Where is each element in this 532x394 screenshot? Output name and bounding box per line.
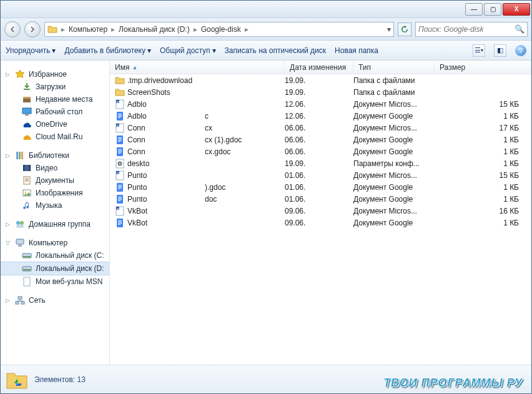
breadcrumb-drive-d[interactable]: Локальный диск (D:): [116, 25, 192, 34]
svg-rect-20: [23, 269, 31, 270]
file-date: 12.06.: [285, 100, 353, 109]
svg-rect-54: [118, 186, 122, 187]
minimize-button[interactable]: —: [465, 3, 483, 16]
file-ext: ).gdoc: [205, 183, 225, 192]
burn-button[interactable]: Записать на оптический диск: [225, 46, 327, 55]
svg-rect-42: [118, 149, 122, 150]
file-date: 01.06.: [285, 171, 353, 180]
file-row[interactable]: VkBot 09.06. Документ Google 1 КБ: [110, 217, 531, 229]
status-label: Элементов: 13: [34, 375, 86, 384]
svg-rect-29: [118, 114, 122, 114]
sidebar-item-OneDrive[interactable]: OneDrive: [1, 118, 109, 131]
file-date: 09.06.: [285, 207, 353, 215]
dropdown-icon[interactable]: ▾: [387, 25, 391, 34]
search-input[interactable]: [418, 25, 515, 34]
close-button[interactable]: X: [503, 3, 530, 16]
file-size: 17 КБ: [435, 124, 531, 132]
column-size[interactable]: Размер: [435, 61, 531, 74]
sidebar-network[interactable]: ▷ Сеть: [1, 294, 109, 307]
sidebar-item-Музыка[interactable]: Музыка: [1, 199, 109, 212]
sidebar-computer[interactable]: ▽ Компьютер: [1, 237, 109, 249]
file-row[interactable]: deskto 19.09. Параметры конф... 1 КБ: [110, 157, 531, 169]
file-type: Документ Google: [353, 219, 435, 227]
file-name: Conn: [127, 124, 202, 132]
file-name: .tmp.drivedownload: [127, 76, 202, 85]
file-row[interactable]: ScreenShots 19.09. Папка с файлами: [110, 86, 531, 98]
sidebar-item-Недавние места[interactable]: Недавние места: [1, 93, 109, 106]
help-button[interactable]: ?: [515, 45, 526, 56]
file-row[interactable]: WAdblo 12.06. Документ Micros... 15 КБ: [110, 98, 531, 110]
file-size: 1 КБ: [435, 147, 531, 156]
file-date: 19.09.: [285, 88, 353, 97]
file-row[interactable]: WConncx 06.06. Документ Micros... 17 КБ: [110, 122, 531, 134]
sidebar-favorites[interactable]: ▷ Избранное: [1, 68, 109, 81]
chevron-down-icon: ▾: [52, 46, 56, 55]
file-row[interactable]: WPunto 01.06. Документ Micros... 15 КБ: [110, 169, 531, 181]
sidebar-item-Изображения[interactable]: Изображения: [1, 187, 109, 199]
sidebar-item-Загрузки[interactable]: Загрузки: [1, 81, 109, 93]
file-row[interactable]: Puntodoc 01.06. Документ Google 1 КБ: [110, 193, 531, 205]
svg-rect-56: [118, 189, 121, 189]
sidebar-item-Cloud Mail.Ru[interactable]: Cloud Mail.Ru: [1, 131, 109, 143]
search-icon: 🔍: [515, 24, 525, 34]
file-row[interactable]: Adbloc 12.06. Документ Google 1 КБ: [110, 110, 531, 122]
file-size: 1 КБ: [435, 219, 531, 227]
file-date: 19.09.: [285, 76, 353, 85]
preview-pane-button[interactable]: ◧: [494, 44, 506, 57]
svg-rect-44: [118, 152, 122, 152]
column-type[interactable]: Тип: [353, 61, 435, 74]
forward-button[interactable]: [24, 21, 41, 37]
back-button[interactable]: [4, 21, 21, 37]
sidebar-item-Рабочий стол[interactable]: Рабочий стол: [1, 106, 109, 118]
file-type: Документ Micros...: [353, 124, 435, 132]
sidebar-item-Локальный диск (D:[interactable]: Локальный диск (D:: [1, 262, 109, 275]
column-name[interactable]: Имя▲: [110, 61, 285, 74]
svg-rect-2: [25, 114, 29, 116]
address-bar: ▸ Компьютер ▸ Локальный диск (D:) ▸ Goog…: [1, 18, 531, 41]
file-row[interactable]: Conncx.gdoc 06.06. Документ Google 1 КБ: [110, 145, 531, 157]
svg-rect-4: [19, 152, 21, 159]
navigation-sidebar[interactable]: ▷ Избранное ЗагрузкиНедавние местаРабочи…: [1, 61, 110, 365]
refresh-button[interactable]: [398, 22, 411, 36]
file-row[interactable]: .tmp.drivedownload 19.09. Папка с файлам…: [110, 74, 531, 86]
organize-button[interactable]: Упорядочить ▾: [6, 46, 56, 55]
breadcrumb-computer[interactable]: Компьютер: [66, 25, 110, 34]
file-list[interactable]: .tmp.drivedownload 19.09. Папка с файлам…: [110, 74, 531, 365]
maximize-button[interactable]: ▢: [484, 3, 501, 16]
sidebar-item-Документы[interactable]: Документы: [1, 174, 109, 187]
sidebar-label: Сеть: [29, 296, 46, 305]
sidebar-item-Видео[interactable]: Видео: [1, 162, 109, 174]
sidebar-homegroup[interactable]: ▷ Домашняя группа: [1, 218, 109, 230]
chevron-down-icon: ▾: [212, 46, 216, 55]
file-date: 01.06.: [285, 183, 353, 192]
share-button[interactable]: Общий доступ ▾: [160, 46, 216, 55]
sidebar-libraries[interactable]: ▷ Библиотеки: [1, 149, 109, 162]
new-folder-button[interactable]: Новая папка: [335, 46, 378, 55]
sidebar-label: Компьютер: [29, 239, 67, 247]
breadcrumb[interactable]: ▸ Компьютер ▸ Локальный диск (D:) ▸ Goog…: [44, 22, 394, 37]
titlebar: — ▢ X: [1, 1, 531, 18]
breadcrumb-google-disk[interactable]: Google-disk: [199, 25, 244, 34]
search-box[interactable]: 🔍: [415, 22, 528, 37]
view-options-button[interactable]: ☰▾: [473, 44, 485, 57]
sidebar-label: Избранное: [29, 70, 67, 79]
svg-rect-69: [118, 224, 121, 225]
svg-rect-32: [118, 117, 121, 118]
add-to-library-button[interactable]: Добавить в библиотеку ▾: [64, 46, 151, 55]
file-row[interactable]: Conncx (1).gdoc 06.06. Документ Google 1…: [110, 134, 531, 145]
file-row[interactable]: WVkBot 09.06. Документ Micros... 16 КБ: [110, 205, 531, 217]
svg-rect-3: [16, 152, 18, 159]
svg-rect-45: [118, 153, 121, 154]
explorer-window: — ▢ X ▸ Компьютер ▸ Локальный диск (D:) …: [0, 0, 532, 394]
file-size: 1 КБ: [435, 195, 531, 204]
svg-rect-38: [118, 139, 122, 139]
file-type: Документ Micros...: [353, 207, 435, 215]
sidebar-item-Локальный диск (C:[interactable]: Локальный диск (C:: [1, 249, 109, 262]
column-date[interactable]: Дата изменения: [285, 61, 353, 74]
file-row[interactable]: Punto).gdoc 01.06. Документ Google 1 КБ: [110, 181, 531, 193]
file-type: Документ Google: [353, 112, 435, 121]
file-type: Документ Micros...: [353, 171, 435, 180]
svg-rect-23: [21, 302, 24, 304]
svg-rect-61: [118, 200, 121, 201]
sidebar-item-Мои веб-узлы MSN[interactable]: Мои веб-узлы MSN: [1, 275, 109, 288]
